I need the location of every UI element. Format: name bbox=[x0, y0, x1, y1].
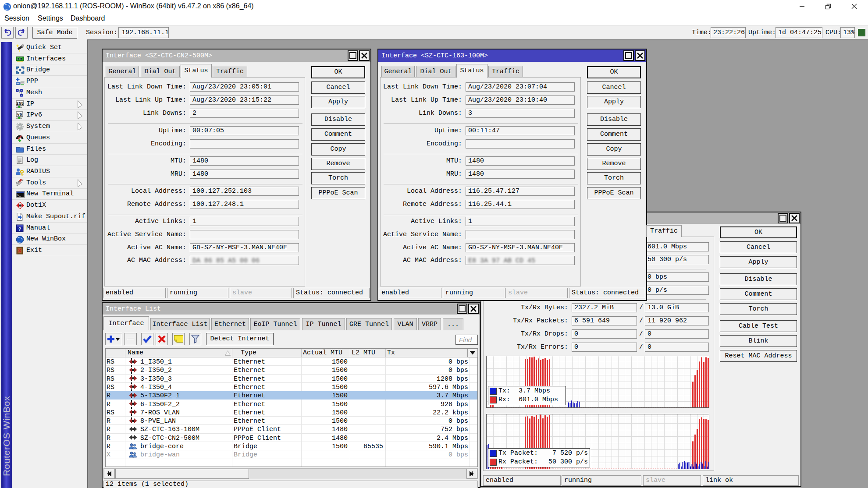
svg-text:?: ? bbox=[18, 226, 21, 231]
svg-text:255: 255 bbox=[16, 101, 24, 106]
svg-text:v6: v6 bbox=[17, 112, 22, 117]
svg-text:>_: >_ bbox=[17, 194, 21, 197]
